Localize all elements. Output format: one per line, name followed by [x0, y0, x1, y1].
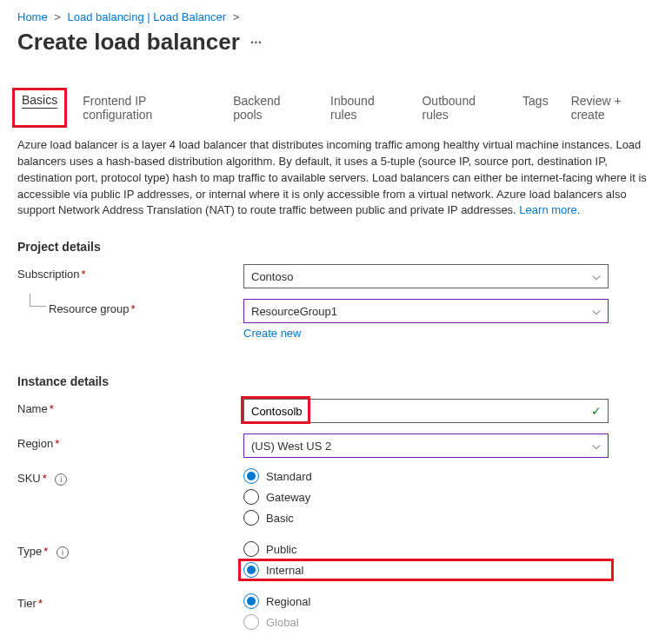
type-public-label: Public [266, 543, 296, 556]
subscription-select[interactable]: Contoso [243, 264, 609, 288]
breadcrumb-separator: > [233, 10, 240, 23]
label-tier: Tier* [17, 593, 243, 610]
resource-group-select[interactable]: ResourceGroup1 [243, 299, 609, 323]
region-select[interactable]: (US) West US 2 [243, 434, 609, 458]
breadcrumb-separator: > [54, 10, 61, 23]
row-name: Name* ✓ [17, 399, 655, 423]
label-region: Region* [17, 434, 243, 450]
type-internal-label: Internal [266, 564, 303, 577]
sku-gateway-radio[interactable]: Gateway [243, 489, 609, 505]
region-value: (US) West US 2 [251, 440, 331, 453]
description-text: Azure load balancer is a layer 4 load ba… [17, 137, 655, 219]
row-tier: Tier* Regional Global [17, 593, 655, 630]
breadcrumb-load-balancing[interactable]: Load balancing | Load Balancer [68, 10, 227, 23]
page-title: Create load balancer [17, 29, 240, 56]
label-name: Name* [17, 399, 243, 415]
type-public-radio[interactable]: Public [243, 541, 609, 557]
label-subscription: Subscription* [17, 264, 243, 281]
tab-review-create[interactable]: Review + create [569, 90, 655, 125]
radio-icon [243, 510, 259, 526]
section-instance-details: Instance details [17, 374, 655, 388]
radio-icon [243, 541, 259, 557]
section-project-details: Project details [17, 240, 655, 254]
sku-standard-label: Standard [266, 470, 312, 483]
check-icon: ✓ [591, 404, 602, 418]
type-radio-group: Public Internal [243, 541, 609, 578]
sku-basic-label: Basic [266, 512, 294, 525]
tab-basics[interactable]: Basics [20, 89, 59, 110]
row-sku: SKU* i Standard Gateway Basic [17, 468, 655, 526]
tier-regional-radio[interactable]: Regional [243, 593, 609, 609]
chevron-down-icon [592, 272, 601, 281]
learn-more-link[interactable]: Learn more. [519, 203, 580, 216]
radio-icon [243, 489, 259, 505]
label-type: Type* i [17, 541, 243, 559]
radio-icon [243, 614, 259, 630]
tab-inbound-rules[interactable]: Inbound rules [329, 90, 401, 125]
tier-global-label: Global [266, 616, 299, 629]
tab-frontend-ip[interactable]: Frontend IP configuration [81, 90, 212, 125]
breadcrumb-home[interactable]: Home [17, 10, 48, 23]
breadcrumb: Home > Load balancing | Load Balancer > [17, 10, 655, 23]
row-subscription: Subscription* Contoso [17, 264, 655, 288]
tabs: Basics Frontend IP configuration Backend… [17, 90, 655, 125]
subscription-value: Contoso [251, 270, 293, 283]
row-region: Region* (US) West US 2 [17, 434, 655, 458]
tab-outbound-rules[interactable]: Outbound rules [420, 90, 502, 125]
tier-regional-label: Regional [266, 595, 310, 608]
type-internal-radio[interactable]: Internal [243, 562, 303, 578]
sku-radio-group: Standard Gateway Basic [243, 468, 609, 526]
tier-global-radio: Global [243, 614, 609, 630]
row-type: Type* i Public Internal [17, 541, 655, 578]
info-icon[interactable]: i [55, 473, 67, 486]
label-sku: SKU* i [17, 468, 243, 486]
name-input[interactable] [243, 399, 609, 423]
sku-standard-radio[interactable]: Standard [243, 468, 609, 484]
tab-backend-pools[interactable]: Backend pools [231, 90, 309, 125]
highlight-basics-tab: Basics [12, 88, 67, 128]
sku-gateway-label: Gateway [266, 491, 310, 504]
create-new-link[interactable]: Create new [243, 327, 301, 340]
sku-basic-radio[interactable]: Basic [243, 510, 609, 526]
radio-icon [243, 468, 259, 484]
radio-icon [243, 562, 259, 578]
label-resource-group: Resource group* [17, 299, 243, 315]
radio-icon [243, 593, 259, 609]
tab-tags[interactable]: Tags [521, 90, 550, 125]
resource-group-value: ResourceGroup1 [251, 305, 337, 318]
info-icon[interactable]: i [57, 546, 69, 559]
row-resource-group: Resource group* ResourceGroup1 Create ne… [17, 299, 655, 340]
chevron-down-icon [592, 307, 601, 315]
chevron-down-icon [592, 441, 601, 450]
page-title-row: Create load balancer ··· [17, 29, 655, 56]
more-actions-icon[interactable]: ··· [250, 35, 262, 50]
tier-radio-group: Regional Global [243, 593, 609, 630]
